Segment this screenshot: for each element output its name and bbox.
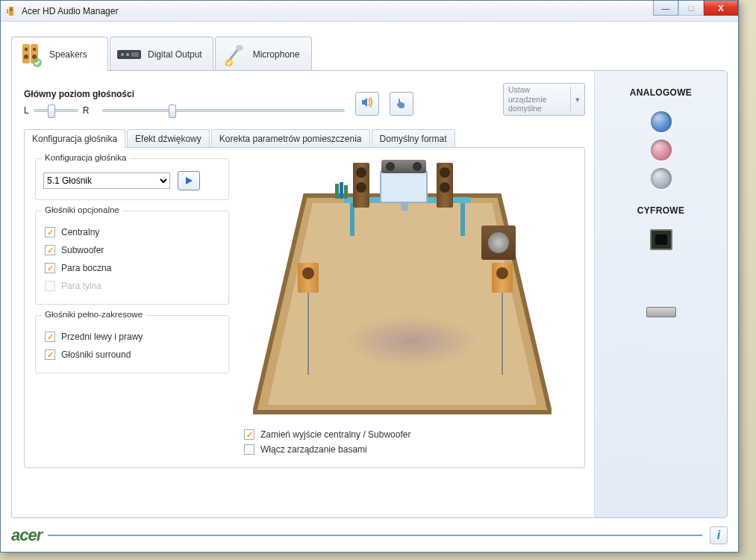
client-area: Speakers Digital Output Microphone Głów bbox=[1, 22, 738, 552]
svg-rect-23 bbox=[344, 185, 348, 199]
footer: acer i bbox=[11, 525, 728, 546]
speakers-icon bbox=[18, 42, 43, 67]
hdmi-out-icon[interactable] bbox=[646, 307, 676, 317]
room-illustration-wrap: Zamień wyjście centralny / Subwoofer Włą… bbox=[240, 158, 574, 457]
svg-rect-12 bbox=[131, 52, 139, 57]
extra-options: Zamień wyjście centralny / Subwoofer Włą… bbox=[243, 427, 574, 457]
tab-microphone[interactable]: Microphone bbox=[215, 37, 312, 71]
books-icon bbox=[335, 182, 350, 199]
window-buttons: — □ X bbox=[653, 1, 738, 16]
sound-settings-button[interactable] bbox=[390, 92, 413, 116]
check-surround[interactable]: Głośniki surround bbox=[43, 346, 221, 364]
checkbox-icon bbox=[45, 263, 55, 273]
checkbox-icon bbox=[45, 281, 55, 291]
volume-block: Główny poziom głośności L R bbox=[24, 89, 345, 116]
tab-digital-output[interactable]: Digital Output bbox=[110, 37, 213, 71]
close-button[interactable]: X bbox=[704, 1, 738, 16]
app-icon bbox=[5, 5, 17, 17]
sub-tab-strip: Konfiguracja głośnika Efekt dźwiękowy Ko… bbox=[24, 129, 585, 148]
sound-on-icon bbox=[360, 95, 375, 113]
svg-rect-21 bbox=[335, 184, 339, 199]
window-title: Acer HD Audio Manager bbox=[22, 6, 118, 16]
balance-slider[interactable] bbox=[34, 109, 78, 112]
checkbox-icon bbox=[244, 444, 254, 455]
master-volume-slider[interactable] bbox=[102, 109, 345, 112]
test-play-button[interactable] bbox=[178, 171, 200, 190]
front-left-speaker-icon[interactable] bbox=[353, 163, 369, 208]
svg-rect-20 bbox=[460, 203, 465, 236]
group-speaker-config: Konfiguracja głośnika 5.1 Głośnik bbox=[35, 158, 229, 200]
listener-shadow bbox=[344, 315, 478, 367]
connector-sidebar: ANALOGOWE CYFROWE bbox=[594, 71, 727, 517]
subtab-sound-effect[interactable]: Efekt dźwiękowy bbox=[127, 129, 210, 148]
titlebar[interactable]: Acer HD Audio Manager — □ X bbox=[1, 1, 738, 22]
app-window: Acer HD Audio Manager — □ X Speakers Dig… bbox=[0, 0, 739, 553]
group-speaker-config-title: Konfiguracja głośnika bbox=[42, 153, 129, 162]
optical-out-icon[interactable] bbox=[650, 229, 672, 250]
brand-logo: acer bbox=[11, 526, 42, 545]
subtab-default-format[interactable]: Domyślny format bbox=[372, 129, 455, 148]
jack-line-in-icon[interactable] bbox=[651, 168, 672, 189]
group-optional-title: Głośniki opcjonalne bbox=[42, 205, 122, 214]
info-icon: i bbox=[717, 529, 720, 542]
info-button[interactable]: i bbox=[710, 526, 728, 544]
balance-left-label: L bbox=[24, 105, 29, 116]
tab-speakers[interactable]: Speakers bbox=[11, 37, 108, 71]
side-left-speaker-icon[interactable] bbox=[298, 263, 319, 293]
speaker-config-panel: Konfiguracja głośnika 5.1 Głośnik bbox=[24, 147, 585, 468]
master-volume-thumb[interactable] bbox=[169, 105, 176, 118]
minimize-button[interactable]: — bbox=[653, 1, 678, 16]
check-bass-management[interactable]: Włącz zarządzanie basami bbox=[243, 442, 574, 457]
group-optional-speakers: Głośniki opcjonalne Centralny Subwoofer bbox=[35, 211, 229, 305]
volume-title: Główny poziom głośności bbox=[24, 89, 345, 99]
svg-point-13 bbox=[236, 45, 243, 51]
svg-point-7 bbox=[32, 55, 37, 59]
speaker-config-select[interactable]: 5.1 Głośnik bbox=[43, 172, 170, 189]
desktop-background-strip bbox=[740, 0, 756, 560]
front-right-speaker-icon[interactable] bbox=[437, 163, 453, 208]
balance-right-label: R bbox=[83, 105, 90, 116]
svg-rect-0 bbox=[9, 7, 13, 16]
set-default-device-button[interactable]: Ustaw urządzenie domyślne ▾ bbox=[503, 83, 585, 116]
check-subwoofer[interactable]: Subwoofer bbox=[43, 241, 221, 259]
jack-line-out-icon[interactable] bbox=[651, 111, 672, 132]
main-panel: Główny poziom głośności L R bbox=[11, 70, 728, 518]
svg-point-4 bbox=[25, 47, 28, 50]
mute-button[interactable] bbox=[355, 92, 379, 116]
monitor-icon[interactable] bbox=[380, 170, 428, 203]
group-fullrange-title: Głośniki pełno-zakresowe bbox=[42, 310, 146, 319]
checkbox-icon bbox=[244, 429, 254, 440]
maximize-button[interactable]: □ bbox=[678, 1, 704, 16]
subtab-room-correction[interactable]: Korekta parametrów pomieszczenia bbox=[211, 129, 370, 148]
check-side-pair[interactable]: Para boczna bbox=[43, 259, 221, 277]
set-default-device-label: Ustaw urządzenie domyślne bbox=[508, 85, 567, 113]
check-front-lr[interactable]: Przedni lewy i prawy bbox=[43, 328, 221, 346]
checkbox-icon bbox=[45, 245, 55, 255]
sidebar-digital-title: CYFROWE bbox=[602, 205, 719, 216]
jack-mic-in-icon[interactable] bbox=[651, 140, 672, 161]
stand-icon bbox=[307, 293, 309, 375]
subtab-speaker-config[interactable]: Konfiguracja głośnika bbox=[24, 129, 125, 148]
config-left-column: Konfiguracja głośnika 5.1 Głośnik bbox=[35, 158, 229, 457]
check-swap-center-sub[interactable]: Zamień wyjście centralny / Subwoofer bbox=[243, 427, 574, 442]
tab-speakers-label: Speakers bbox=[49, 49, 87, 60]
main-tab-strip: Speakers Digital Output Microphone bbox=[11, 37, 728, 71]
digital-output-icon bbox=[116, 42, 142, 67]
center-speaker-icon[interactable] bbox=[381, 160, 426, 173]
checkbox-icon bbox=[45, 349, 55, 360]
subwoofer-icon[interactable] bbox=[481, 225, 516, 260]
side-right-speaker-icon[interactable] bbox=[492, 263, 513, 293]
balance-thumb[interactable] bbox=[48, 105, 55, 118]
svg-rect-22 bbox=[340, 182, 343, 199]
checkbox-icon bbox=[45, 227, 55, 237]
chevron-down-icon: ▾ bbox=[570, 87, 580, 112]
brand-divider bbox=[48, 535, 702, 536]
check-center[interactable]: Centralny bbox=[43, 223, 221, 241]
tab-microphone-label: Microphone bbox=[253, 49, 300, 60]
svg-point-5 bbox=[33, 47, 36, 50]
hand-icon bbox=[395, 96, 408, 112]
content-area: Główny poziom głośności L R bbox=[24, 83, 585, 505]
svg-point-11 bbox=[126, 53, 129, 56]
svg-rect-19 bbox=[350, 203, 354, 236]
check-rear-pair: Para tylna bbox=[43, 277, 221, 295]
